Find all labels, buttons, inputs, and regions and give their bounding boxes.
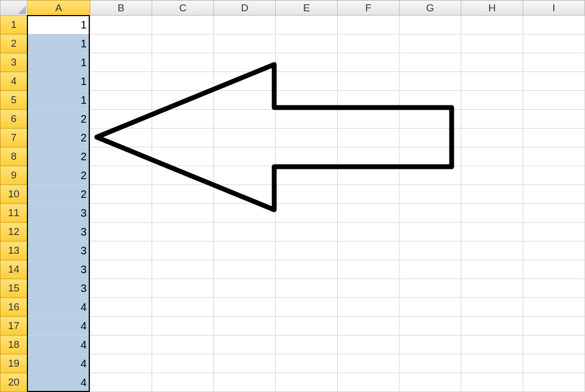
column-header-F[interactable]: F xyxy=(338,1,399,16)
cell-D9[interactable] xyxy=(214,166,276,185)
cell-B7[interactable] xyxy=(90,129,152,147)
row-header-3[interactable]: 3 xyxy=(1,53,27,72)
cell-H17[interactable] xyxy=(461,317,523,336)
cell-E2[interactable] xyxy=(276,34,338,53)
cell-I4[interactable] xyxy=(523,72,585,91)
cell-D20[interactable] xyxy=(214,373,276,392)
cell-C2[interactable] xyxy=(152,34,214,53)
cell-E11[interactable] xyxy=(276,204,338,223)
cell-B1[interactable] xyxy=(90,16,152,34)
cell-E18[interactable] xyxy=(276,336,338,354)
row-header-14[interactable]: 14 xyxy=(1,260,27,279)
cell-E9[interactable] xyxy=(276,166,338,185)
cell-C4[interactable] xyxy=(152,72,214,91)
cell-H14[interactable] xyxy=(461,260,523,279)
row-header-16[interactable]: 16 xyxy=(1,298,27,317)
cell-I19[interactable] xyxy=(523,354,585,373)
cell-A15[interactable]: 3 xyxy=(27,279,90,298)
cell-D13[interactable] xyxy=(214,241,276,260)
cell-C13[interactable] xyxy=(152,241,214,260)
cell-H19[interactable] xyxy=(461,354,523,373)
column-header-G[interactable]: G xyxy=(399,1,461,16)
cell-G8[interactable] xyxy=(399,147,461,166)
column-header-D[interactable]: D xyxy=(214,1,276,16)
cell-D19[interactable] xyxy=(214,354,276,373)
row-header-4[interactable]: 4 xyxy=(1,72,27,91)
cell-B13[interactable] xyxy=(90,241,152,260)
cell-B11[interactable] xyxy=(90,204,152,223)
cell-I2[interactable] xyxy=(523,34,585,53)
cell-I11[interactable] xyxy=(523,204,585,223)
cell-C11[interactable] xyxy=(152,204,214,223)
cell-C17[interactable] xyxy=(152,317,214,336)
row-header-18[interactable]: 18 xyxy=(1,336,27,354)
cell-A1[interactable]: 1 xyxy=(27,16,90,34)
cell-D1[interactable] xyxy=(214,16,276,34)
cell-C6[interactable] xyxy=(152,110,214,129)
cell-B9[interactable] xyxy=(90,166,152,185)
cell-I14[interactable] xyxy=(523,260,585,279)
cell-C7[interactable] xyxy=(152,129,214,147)
cell-I6[interactable] xyxy=(523,110,585,129)
cell-H3[interactable] xyxy=(461,53,523,72)
row-header-2[interactable]: 2 xyxy=(1,34,27,53)
cell-E8[interactable] xyxy=(276,147,338,166)
row-header-11[interactable]: 11 xyxy=(1,204,27,223)
cell-D14[interactable] xyxy=(214,260,276,279)
cell-F19[interactable] xyxy=(338,354,399,373)
column-header-A[interactable]: A xyxy=(27,1,90,16)
cell-D12[interactable] xyxy=(214,223,276,241)
cell-E7[interactable] xyxy=(276,129,338,147)
cell-D11[interactable] xyxy=(214,204,276,223)
cell-H16[interactable] xyxy=(461,298,523,317)
cell-G7[interactable] xyxy=(399,129,461,147)
cell-D15[interactable] xyxy=(214,279,276,298)
cell-D4[interactable] xyxy=(214,72,276,91)
column-header-B[interactable]: B xyxy=(90,1,152,16)
cell-B20[interactable] xyxy=(90,373,152,392)
cell-C14[interactable] xyxy=(152,260,214,279)
cell-A2[interactable]: 1 xyxy=(27,34,90,53)
cell-G14[interactable] xyxy=(399,260,461,279)
cell-F15[interactable] xyxy=(338,279,399,298)
cell-G18[interactable] xyxy=(399,336,461,354)
cell-H5[interactable] xyxy=(461,91,523,110)
cell-E20[interactable] xyxy=(276,373,338,392)
cell-C12[interactable] xyxy=(152,223,214,241)
cell-F20[interactable] xyxy=(338,373,399,392)
row-header-13[interactable]: 13 xyxy=(1,241,27,260)
cell-D8[interactable] xyxy=(214,147,276,166)
cell-G16[interactable] xyxy=(399,298,461,317)
cell-F9[interactable] xyxy=(338,166,399,185)
cell-H13[interactable] xyxy=(461,241,523,260)
select-all-corner[interactable] xyxy=(1,1,27,16)
cell-F10[interactable] xyxy=(338,185,399,204)
cell-G13[interactable] xyxy=(399,241,461,260)
row-header-8[interactable]: 8 xyxy=(1,147,27,166)
cell-H4[interactable] xyxy=(461,72,523,91)
cell-F5[interactable] xyxy=(338,91,399,110)
cell-F6[interactable] xyxy=(338,110,399,129)
cell-A5[interactable]: 1 xyxy=(27,91,90,110)
cell-H9[interactable] xyxy=(461,166,523,185)
cell-B8[interactable] xyxy=(90,147,152,166)
cell-A3[interactable]: 1 xyxy=(27,53,90,72)
cell-H8[interactable] xyxy=(461,147,523,166)
cell-F8[interactable] xyxy=(338,147,399,166)
column-header-H[interactable]: H xyxy=(461,1,523,16)
cell-C19[interactable] xyxy=(152,354,214,373)
cell-I13[interactable] xyxy=(523,241,585,260)
cell-G11[interactable] xyxy=(399,204,461,223)
cell-F13[interactable] xyxy=(338,241,399,260)
row-header-17[interactable]: 17 xyxy=(1,317,27,336)
cell-G2[interactable] xyxy=(399,34,461,53)
cell-D3[interactable] xyxy=(214,53,276,72)
cell-C18[interactable] xyxy=(152,336,214,354)
cell-G6[interactable] xyxy=(399,110,461,129)
cell-E17[interactable] xyxy=(276,317,338,336)
cell-C16[interactable] xyxy=(152,298,214,317)
cell-C3[interactable] xyxy=(152,53,214,72)
cell-A20[interactable]: 4 xyxy=(27,373,90,392)
cell-A6[interactable]: 2 xyxy=(27,110,90,129)
cell-I16[interactable] xyxy=(523,298,585,317)
